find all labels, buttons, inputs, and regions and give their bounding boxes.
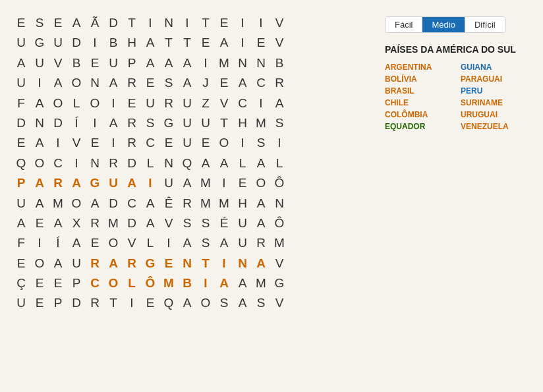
grid-cell[interactable]: V [272, 293, 290, 313]
grid-cell[interactable]: S [161, 73, 179, 93]
word-item[interactable]: COLÔMBIA [385, 110, 454, 119]
grid-cell[interactable]: G [87, 173, 105, 193]
grid-cell[interactable]: A [179, 53, 198, 73]
grid-cell[interactable]: S [272, 113, 290, 133]
grid-cell[interactable]: D [69, 293, 87, 313]
grid-cell[interactable]: V [272, 33, 290, 53]
grid-cell[interactable]: A [105, 113, 124, 133]
grid-cell[interactable]: A [32, 194, 50, 213]
grid-cell[interactable]: E [87, 53, 105, 73]
grid-cell[interactable]: V [272, 13, 290, 33]
grid-cell[interactable]: S [198, 233, 216, 253]
grid-cell[interactable]: M [198, 194, 216, 213]
grid-cell[interactable]: I [179, 13, 198, 33]
grid-cell[interactable]: A [105, 254, 124, 273]
grid-cell[interactable]: A [235, 273, 253, 293]
grid-cell[interactable]: V [216, 94, 235, 113]
grid-cell[interactable]: Q [179, 154, 198, 173]
grid-cell[interactable]: S [216, 293, 235, 313]
grid-cell[interactable]: A [253, 213, 272, 233]
grid-cell[interactable]: A [32, 133, 50, 153]
grid-cell[interactable]: E [198, 33, 216, 53]
grid-cell[interactable]: F [13, 94, 32, 113]
grid-cell[interactable]: S [142, 113, 161, 133]
grid-cell[interactable]: E [32, 273, 50, 293]
grid-cell[interactable]: A [253, 154, 272, 173]
grid-cell[interactable]: C [253, 73, 272, 93]
grid-cell[interactable]: N [272, 194, 290, 213]
grid-cell[interactable]: O [69, 73, 87, 93]
grid-cell[interactable]: R [87, 293, 105, 313]
grid-cell[interactable]: L [124, 273, 142, 293]
grid-cell[interactable]: E [198, 133, 216, 153]
grid-cell[interactable]: M [105, 213, 124, 233]
grid-cell[interactable]: T [161, 33, 179, 53]
grid-cell[interactable]: E [32, 213, 50, 233]
medium-button[interactable]: Médio [422, 17, 465, 32]
grid-cell[interactable]: L [69, 94, 87, 113]
hard-button[interactable]: Difícil [465, 17, 505, 32]
grid-cell[interactable]: P [50, 293, 69, 313]
grid-cell[interactable]: G [161, 113, 179, 133]
grid-cell[interactable]: C [50, 154, 69, 173]
grid-cell[interactable]: E [13, 254, 32, 273]
grid-cell[interactable]: A [216, 33, 235, 53]
grid-cell[interactable]: M [253, 113, 272, 133]
grid-cell[interactable]: O [198, 293, 216, 313]
grid-cell[interactable]: J [198, 73, 216, 93]
grid-cell[interactable]: P [124, 53, 142, 73]
grid-cell[interactable]: O [105, 233, 124, 253]
grid-cell[interactable]: U [13, 293, 32, 313]
grid-cell[interactable]: S [32, 13, 50, 33]
grid-cell[interactable]: A [272, 94, 290, 113]
grid-cell[interactable]: A [50, 73, 69, 93]
grid-cell[interactable]: E [50, 13, 69, 33]
grid-cell[interactable]: H [124, 33, 142, 53]
grid-cell[interactable]: M [216, 53, 235, 73]
grid-cell[interactable]: A [69, 233, 87, 253]
grid-cell[interactable]: Ô [142, 273, 161, 293]
grid-cell[interactable]: C [235, 94, 253, 113]
grid-cell[interactable]: M [198, 173, 216, 193]
grid-cell[interactable]: T [198, 13, 216, 33]
grid-cell[interactable]: Í [50, 233, 69, 253]
grid-cell[interactable]: V [272, 254, 290, 273]
grid-cell[interactable]: Z [198, 94, 216, 113]
grid-cell[interactable]: D [13, 113, 32, 133]
grid-cell[interactable]: A [161, 53, 179, 73]
grid-cell[interactable]: N [32, 113, 50, 133]
grid-cell[interactable]: Í [69, 113, 87, 133]
grid-cell[interactable]: I [105, 133, 124, 153]
grid-cell[interactable]: A [142, 53, 161, 73]
grid-cell[interactable]: H [235, 194, 253, 213]
grid-cell[interactable]: U [13, 194, 32, 213]
grid-cell[interactable]: D [50, 113, 69, 133]
grid-cell[interactable]: O [105, 273, 124, 293]
grid-cell[interactable]: R [179, 194, 198, 213]
grid-cell[interactable]: X [69, 213, 87, 233]
grid-cell[interactable]: A [179, 173, 198, 193]
grid-cell[interactable]: A [142, 33, 161, 53]
grid-cell[interactable]: N [235, 53, 253, 73]
grid-cell[interactable]: C [142, 133, 161, 153]
grid-cell[interactable]: N [87, 73, 105, 93]
grid-cell[interactable]: N [253, 53, 272, 73]
grid-cell[interactable]: A [216, 233, 235, 253]
grid-cell[interactable]: B [69, 53, 87, 73]
grid-cell[interactable]: O [253, 173, 272, 193]
grid-cell[interactable]: A [124, 173, 142, 193]
easy-button[interactable]: Fácil [386, 17, 422, 32]
grid-cell[interactable]: R [124, 254, 142, 273]
grid-cell[interactable]: G [32, 33, 50, 53]
grid-cell[interactable]: R [124, 133, 142, 153]
grid-cell[interactable]: L [235, 154, 253, 173]
grid-cell[interactable]: I [142, 13, 161, 33]
word-item[interactable]: BRASIL [385, 86, 454, 96]
grid-cell[interactable]: R [161, 94, 179, 113]
grid-cell[interactable]: D [124, 154, 142, 173]
grid-cell[interactable]: U [32, 53, 50, 73]
grid-cell[interactable]: E [87, 233, 105, 253]
grid-cell[interactable]: U [13, 33, 32, 53]
grid-cell[interactable]: G [272, 273, 290, 293]
grid-cell[interactable]: O [32, 254, 50, 273]
